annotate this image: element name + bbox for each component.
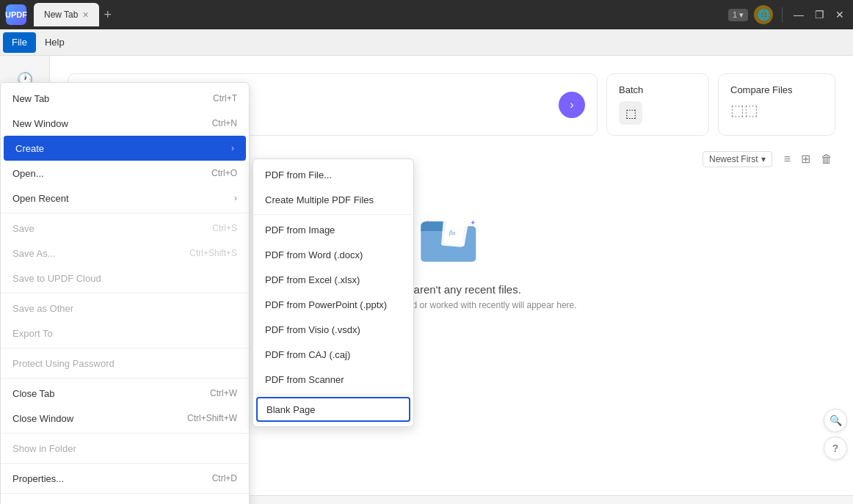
menu-item-export-label: Export To xyxy=(12,328,53,339)
view-controls: ≡ ⊞ 🗑 xyxy=(781,150,835,167)
menu-item-close-window[interactable]: Close Window Ctrl+Shift+W xyxy=(1,406,249,431)
menu-item-create[interactable]: Create › xyxy=(4,136,246,161)
menu-shortcut-close-tab: Ctrl+W xyxy=(210,388,237,398)
menu-item-show-folder-label: Show in Folder xyxy=(12,443,76,454)
delete-button[interactable]: 🗑 xyxy=(818,151,835,167)
menu-divider-7 xyxy=(1,493,249,494)
submenu-divider-2 xyxy=(253,394,413,395)
help-action-button[interactable]: ? xyxy=(824,437,847,460)
compare-files-card[interactable]: Compare Files ⬚⬚ xyxy=(718,73,835,136)
batch-icons: ⬚ xyxy=(619,101,697,125)
arrow-right-icon: › xyxy=(570,98,573,112)
submenu-blank-page[interactable]: Blank Page xyxy=(256,397,410,422)
menu-item-new-tab-label: New Tab xyxy=(12,93,49,104)
submenu-create-multiple[interactable]: Create Multiple PDF Files xyxy=(253,187,413,212)
tab-label: New Tab xyxy=(44,10,78,20)
menu-item-protect-label: Protect Using Password xyxy=(12,358,115,369)
menu-item-new-tab[interactable]: New Tab Ctrl+T xyxy=(1,86,249,111)
user-avatar[interactable]: 🌐 xyxy=(754,5,773,24)
titlebar-controls: 1 ▾ 🌐 — ❐ ✕ xyxy=(728,5,847,24)
submenu-pdf-from-scanner[interactable]: PDF from Scanner xyxy=(253,367,413,392)
menu-item-save-as-label: Save As... xyxy=(12,248,56,259)
menu-item-open-recent-label: Open Recent xyxy=(12,193,69,204)
tab-add-button[interactable]: + xyxy=(99,6,117,23)
menu-shortcut-properties: Ctrl+D xyxy=(212,473,237,483)
submenu-pdf-from-word[interactable]: PDF from Word (.docx) xyxy=(253,242,413,267)
recent-controls: Newest First ▾ ≡ ⊞ 🗑 xyxy=(703,150,835,167)
menu-item-save-label: Save xyxy=(12,223,35,234)
menu-item-new-window-label: New Window xyxy=(12,118,68,129)
help-menu-button[interactable]: Help xyxy=(36,32,73,53)
sort-dropdown[interactable]: Newest First ▾ xyxy=(703,151,772,167)
submenu-pdf-from-image[interactable]: PDF from Image xyxy=(253,217,413,242)
submenu-pdf-from-excel[interactable]: PDF from Excel (.xlsx) xyxy=(253,267,413,292)
menu-item-close-window-label: Close Window xyxy=(12,413,73,424)
menu-item-protect: Protect Using Password xyxy=(1,351,249,376)
menu-item-save: Save Ctrl+S xyxy=(1,216,249,241)
menu-item-open-recent[interactable]: Open Recent › xyxy=(1,186,249,211)
menu-divider-5 xyxy=(1,433,249,434)
menu-item-close-tab[interactable]: Close Tab Ctrl+W xyxy=(1,381,249,406)
menu-divider-1 xyxy=(1,213,249,213)
menu-shortcut-close-window: Ctrl+Shift+W xyxy=(187,413,237,423)
menu-shortcut-new-tab: Ctrl+T xyxy=(213,93,237,103)
menubar: File Help xyxy=(0,29,853,56)
menu-item-preferences[interactable]: Preferences... Ctrl+K xyxy=(1,496,249,504)
grid-view-button[interactable]: ⊞ xyxy=(798,150,813,167)
create-submenu: PDF from File... Create Multiple PDF Fil… xyxy=(253,158,414,427)
tab-new-tab[interactable]: New Tab × xyxy=(34,3,99,26)
chevron-down-icon: ▾ xyxy=(761,154,766,164)
menu-shortcut-save-as: Ctrl+Shift+S xyxy=(189,248,237,258)
list-view-button[interactable]: ≡ xyxy=(781,151,794,167)
menu-item-properties[interactable]: Properties... Ctrl+D xyxy=(1,466,249,491)
titlebar-tabs: New Tab × + xyxy=(34,3,728,26)
menu-item-open[interactable]: Open... Ctrl+O xyxy=(1,161,249,186)
tab-close-button[interactable]: × xyxy=(82,10,88,20)
menu-item-properties-label: Properties... xyxy=(12,473,64,484)
search-icon: 🔍 xyxy=(830,414,842,426)
chevron-down-icon: ▾ xyxy=(739,10,744,20)
submenu-pdf-from-visio[interactable]: PDF from Visio (.vsdx) xyxy=(253,317,413,342)
submenu-divider-1 xyxy=(253,214,413,215)
menu-item-save-cloud-label: Save to UPDF Cloud xyxy=(12,273,101,284)
open-recent-arrow-icon: › xyxy=(234,193,237,203)
file-menu-button[interactable]: File xyxy=(3,32,36,53)
batch-label: Batch xyxy=(619,84,697,95)
sort-label: Newest First xyxy=(709,154,758,164)
main-area: 🕐 Rece... ☆ Star... ☁ UPD... U Subs to U… xyxy=(0,56,853,504)
empty-folder-illustration: ✦ ✦ fla xyxy=(415,205,488,271)
submenu-pdf-from-ppt[interactable]: PDF from PowerPoint (.pptx) xyxy=(253,292,413,317)
file-menu-overlay: New Tab Ctrl+T New Window Ctrl+N Create … xyxy=(0,82,250,504)
search-action-button[interactable]: 🔍 xyxy=(824,409,847,432)
svg-text:✦: ✦ xyxy=(470,219,476,227)
menu-item-close-tab-label: Close Tab xyxy=(12,388,55,399)
help-icon: ? xyxy=(832,442,839,454)
menu-item-save-other: Save as Other xyxy=(1,296,249,321)
separator xyxy=(782,7,783,22)
svg-text:fla: fla xyxy=(449,230,456,236)
submenu-pdf-from-file[interactable]: PDF from File... xyxy=(253,162,413,187)
file-menu: New Tab Ctrl+T New Window Ctrl+N Create … xyxy=(0,82,250,504)
menu-item-new-window[interactable]: New Window Ctrl+N xyxy=(1,111,249,136)
svg-text:✦: ✦ xyxy=(426,219,430,224)
menu-item-show-folder: Show in Folder xyxy=(1,436,249,461)
batch-icon: ⬚ xyxy=(619,101,642,125)
menu-item-save-as: Save As... Ctrl+Shift+S xyxy=(1,241,249,266)
app-logo: UPDF xyxy=(6,4,26,25)
menu-item-export: Export To xyxy=(1,321,249,346)
minimize-button[interactable]: — xyxy=(791,7,806,22)
submenu-pdf-from-caj[interactable]: PDF from CAJ (.caj) xyxy=(253,342,413,367)
open-file-icon[interactable]: › xyxy=(559,92,585,118)
menu-divider-2 xyxy=(1,293,249,293)
compare-icon: ⬚⬚ xyxy=(730,101,823,119)
menu-item-create-label: Create xyxy=(15,143,44,154)
menu-divider-6 xyxy=(1,463,249,464)
version-badge[interactable]: 1 ▾ xyxy=(728,9,748,21)
batch-card[interactable]: Batch ⬚ xyxy=(606,73,709,136)
menu-shortcut-new-window: Ctrl+N xyxy=(212,118,237,128)
menu-shortcut-save: Ctrl+S xyxy=(212,223,237,233)
close-button[interactable]: ✕ xyxy=(832,7,847,22)
maximize-button[interactable]: ❐ xyxy=(812,7,827,22)
menu-divider-3 xyxy=(1,348,249,348)
menu-shortcut-open: Ctrl+O xyxy=(211,168,237,178)
